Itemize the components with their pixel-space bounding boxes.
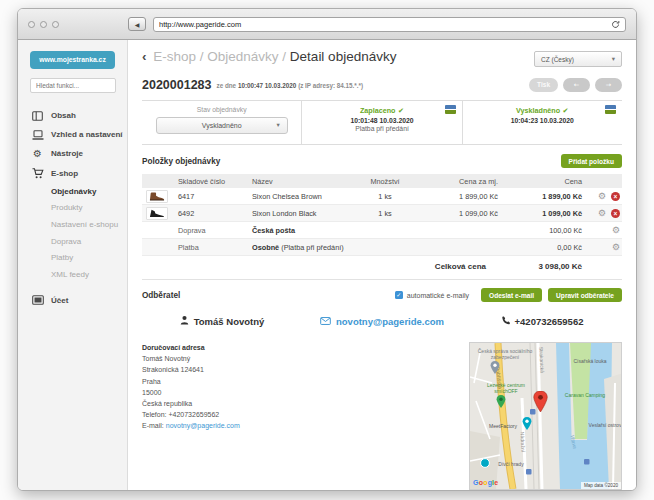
payment-note: (Platba při předání) — [281, 243, 343, 252]
shipping-settings-icon[interactable]: ⚙ — [612, 226, 620, 235]
email-log-icon[interactable] — [445, 105, 456, 114]
map-pin-gray[interactable] — [490, 361, 500, 374]
shipping-name: Česká pošta — [252, 226, 352, 235]
map-label: MeetFactory — [482, 424, 524, 430]
map-marker-destination[interactable] — [533, 391, 548, 412]
edit-customer-button[interactable]: Upravit odběratele — [548, 288, 622, 302]
browser-toolbar: ◀ — [18, 9, 636, 40]
total-label: Celková cena — [435, 262, 486, 271]
address-title: Doručovací adresa — [142, 342, 240, 353]
map-label: Strakonická — [538, 347, 545, 373]
shipping-row: Doprava Česká pošta 100,00 Kč ⚙ — [142, 222, 622, 239]
address-bar[interactable] — [153, 17, 626, 32]
map-pin-green[interactable] — [496, 395, 506, 408]
send-email-button[interactable]: Odeslat e-mail — [481, 288, 542, 302]
admin-sidebar: www.mojestranka.cz Obsah Vzhled a nastav… — [18, 40, 128, 490]
item-unit-price: 1 099,00 Kč — [418, 209, 498, 218]
customer-section-title: Odběratel — [142, 291, 389, 300]
order-items-table: Skladové číslo Název Množství Cena za mj… — [142, 174, 622, 277]
browser-window: ◀ www.mojestranka.cz Obsah Vzhled a nast… — [17, 8, 637, 491]
column-qty: Množství — [352, 177, 418, 186]
item-settings-icon[interactable]: ⚙ — [598, 209, 606, 218]
chevron-down-icon — [612, 55, 615, 63]
previous-order-button[interactable]: ← — [563, 78, 590, 92]
map-label: Veslařsí ostrov — [588, 423, 622, 429]
item-unit-price: 1 899,00 Kč — [418, 192, 498, 201]
address-email-link[interactable]: novotny@pageride.com — [166, 422, 240, 429]
paid-note: Platba při předání — [302, 125, 461, 132]
person-icon — [180, 315, 189, 327]
close-window-icon[interactable] — [28, 21, 35, 28]
sidebar-item-eshop[interactable]: E-shop — [18, 163, 127, 183]
delivery-address: Doručovací adresa Tomáš Novotný Strakoni… — [142, 342, 240, 490]
item-delete-icon[interactable]: × — [611, 192, 620, 201]
breadcrumb-back-icon[interactable]: ‹ — [142, 49, 147, 64]
order-status-label: Stav objednávky — [142, 106, 301, 113]
sidebar-item-doprava[interactable]: Doprava — [18, 233, 127, 250]
envelope-icon — [320, 316, 331, 327]
address-line: Praha — [142, 376, 240, 387]
payment-row: Platba Osobně (Platba při předání) 0,00 … — [142, 239, 622, 256]
map-label: Lezecké centrum smíchOFF — [476, 383, 536, 395]
function-search-input[interactable] — [30, 78, 116, 93]
phone-icon — [501, 316, 510, 327]
address-phone: Telefon: +420732659562 — [142, 409, 240, 420]
map-pin-teal[interactable] — [522, 417, 532, 430]
order-detail-page: ‹ E-shop / Objednávky / Detail objednávk… — [128, 40, 636, 490]
customer-phone[interactable]: +420732659562 — [462, 315, 622, 327]
column-price: Cena — [498, 177, 582, 186]
add-item-button[interactable]: Přidat položku — [561, 154, 622, 168]
order-number: 2020001283 — [142, 78, 212, 92]
sidebar-item-label: Vzhled a nastavení — [51, 130, 123, 139]
item-price: 1 899,00 Kč — [498, 192, 582, 201]
map-label: Dívčí hrady — [490, 462, 532, 468]
print-button[interactable]: Tisk — [529, 78, 558, 92]
sidebar-item-produkty[interactable]: Produkty — [18, 200, 127, 217]
customer-name: Tomáš Novotný — [142, 315, 302, 327]
item-sku: 6417 — [178, 192, 252, 201]
column-name: Název — [252, 177, 352, 186]
sidebar-item-platby[interactable]: Platby — [18, 249, 127, 266]
sidebar-item-vzhled[interactable]: Vzhled a nastavení — [18, 125, 127, 144]
order-status-value: Vyskladněno — [202, 122, 242, 129]
item-sku: 6492 — [178, 209, 252, 218]
columns-icon — [31, 111, 44, 121]
sidebar-item-label: E-shop — [51, 169, 78, 178]
payment-settings-icon[interactable]: ⚙ — [612, 243, 620, 252]
item-settings-icon[interactable]: ⚙ — [598, 192, 606, 201]
payment-price: 0,00 Kč — [498, 243, 582, 252]
sidebar-item-obsah[interactable]: Obsah — [18, 106, 127, 125]
email-log-icon[interactable] — [605, 105, 616, 114]
minimize-window-icon[interactable] — [40, 21, 47, 28]
url-input[interactable] — [159, 20, 611, 29]
sidebar-item-xml-feedy[interactable]: XML feedy — [18, 266, 127, 283]
gears-icon: ⚙ — [31, 149, 44, 159]
chevron-down-icon — [276, 121, 279, 129]
customer-email-link[interactable]: novotny@pageride.com — [302, 315, 462, 327]
order-status-select[interactable]: Vyskladněno — [156, 117, 288, 134]
delivery-map[interactable]: Česká správa sociálního zabezpečení Císa… — [469, 342, 622, 490]
map-poi-teal-icon[interactable] — [480, 458, 490, 468]
shipped-status: Vyskladněno — [463, 106, 622, 115]
refresh-icon[interactable] — [611, 15, 620, 33]
table-row: 6492 Sixon London Black 1 ks 1 099,00 Kč… — [142, 205, 622, 222]
site-link-button[interactable]: www.mojestranka.cz — [30, 51, 115, 69]
maximize-window-icon[interactable] — [52, 21, 59, 28]
account-icon — [31, 295, 44, 305]
shipped-datetime: 10:04:23 10.03.2020 — [463, 117, 622, 124]
sidebar-item-nastroje[interactable]: ⚙ Nástroje — [18, 144, 127, 163]
map-label: Nádražní — [519, 432, 526, 453]
language-select[interactable]: CZ (Česky) — [534, 51, 622, 67]
next-order-button[interactable]: → — [595, 78, 622, 92]
back-arrow-icon: ◀ — [135, 21, 140, 28]
sidebar-item-ucet[interactable]: Účet — [18, 291, 127, 310]
shipping-label: Doprava — [178, 226, 252, 235]
map-label: Česká správa sociálního zabezpečení — [474, 349, 536, 361]
sidebar-item-nastaveni-eshopu[interactable]: Nastavení e-shopu — [18, 216, 127, 233]
item-delete-icon[interactable]: × — [611, 209, 620, 218]
breadcrumb-parents[interactable]: E-shop / Objednávky / — [153, 49, 286, 64]
sidebar-item-objednavky[interactable]: Objednávky — [18, 183, 127, 200]
address-line: 15000 — [142, 387, 240, 398]
browser-back-button[interactable]: ◀ — [128, 17, 146, 31]
auto-emails-checkbox[interactable] — [395, 291, 403, 299]
